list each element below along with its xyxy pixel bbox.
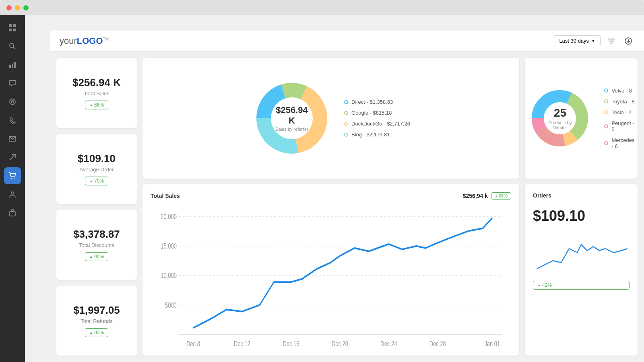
svg-rect-16 [10, 212, 15, 216]
sidebar-item-analytics[interactable] [4, 56, 21, 73]
total-discounts-label: Total Discounts [79, 242, 114, 248]
legend-dot-bing [344, 133, 348, 137]
legend-item-google: Google - $815.18 [344, 110, 410, 116]
legend-label-toyota: Toyota - 8 [611, 99, 634, 105]
legend-item-duckduckgo: DuckDuckGo - $2,717.26 [344, 121, 410, 127]
svg-rect-8 [14, 62, 16, 68]
sidebar-item-send[interactable] [4, 149, 21, 166]
sidebar-item-search[interactable] [4, 38, 21, 55]
filter-icon[interactable] [605, 35, 617, 47]
download-icon[interactable] [622, 35, 634, 47]
legend-dot-tesla [604, 110, 608, 114]
svg-text:20,000: 20,000 [161, 213, 177, 220]
total-discounts-value: $3,378.87 [73, 228, 120, 241]
referrer-donut-chart: $256.94 K Sales by referrer [252, 78, 332, 158]
orders-svg [533, 228, 630, 277]
vendor-donut-chart: 25 Products by Vendor [528, 86, 592, 150]
svg-rect-0 [9, 24, 12, 27]
orders-badge: 42% [533, 281, 630, 290]
legend-label-direct: Direct - $1,358.63 [351, 99, 393, 105]
legend-dot-mercedes [604, 141, 608, 145]
header-controls: Last 30 days ▼ [554, 35, 634, 47]
header: yourLOGOTM Last 30 days ▼ [50, 31, 644, 51]
svg-rect-3 [13, 29, 16, 31]
sidebar [0, 15, 25, 362]
svg-line-12 [10, 154, 15, 160]
stat-card-total-sales: $256.94 K Total Sales 66% [56, 58, 137, 128]
maximize-button[interactable] [23, 5, 29, 10]
sidebar-item-users[interactable] [4, 186, 21, 203]
logo: yourLOGOTM [60, 36, 109, 46]
legend-item-direct: Direct - $1,358.63 [344, 99, 410, 105]
svg-text:5000: 5000 [165, 301, 177, 309]
legend-dot-duckduckgo [344, 122, 348, 126]
line-panel-header: Total Sales $256.94 k 66% [151, 192, 511, 200]
total-sales-svg: 20,000 15,000 10,000 5000 Dec 8 Dec 12 D… [151, 204, 511, 348]
legend-item-mercedes: Mercedes - 6 [604, 137, 634, 149]
total-sales-chart-panel: Total Sales $256.94 k 66% 20,000 15,000 [142, 184, 519, 356]
vendor-chart-panel: 25 Products by Vendor Volvo - 8 Toyota -… [525, 58, 638, 179]
svg-rect-7 [12, 64, 13, 68]
minimize-button[interactable] [15, 5, 20, 10]
svg-point-13 [11, 178, 12, 179]
line-panel-stat-value: $256.94 k [463, 193, 488, 199]
vendor-legend: Volvo - 8 Toyota - 8 Tesla - 2 Peugeot -… [604, 88, 634, 149]
svg-point-9 [10, 99, 15, 105]
avg-order-badge: 70% [85, 177, 108, 185]
legend-dot-toyota [604, 99, 608, 103]
legend-label-volvo: Volvo - 8 [611, 88, 632, 94]
svg-line-5 [13, 47, 15, 49]
date-filter-button[interactable]: Last 30 days ▼ [554, 35, 601, 46]
total-refunds-badge: 90% [85, 328, 108, 337]
vendor-donut-label: 25 Products by Vendor [544, 107, 576, 130]
logo-bold: LOGO [77, 36, 103, 46]
orders-value: $109.10 [533, 208, 630, 224]
stat-card-total-discounts: $3,378.87 Total Discounts 90% [56, 210, 137, 280]
chevron-down-icon: ▼ [591, 39, 595, 43]
sidebar-item-dashboard[interactable] [4, 19, 21, 36]
line-panel-title: Total Sales [151, 193, 180, 199]
referrer-chart-panel: $256.94 K Sales by referrer Direct - $1,… [142, 58, 519, 179]
svg-point-14 [14, 178, 15, 179]
svg-text:10,000: 10,000 [161, 272, 177, 279]
legend-label-tesla: Tesla - 2 [611, 109, 631, 115]
legend-item-bing: Bing - $2,173.81 [344, 132, 410, 138]
line-panel-badge: 66% [491, 192, 511, 200]
total-refunds-label: Total Refunds [80, 318, 113, 324]
sidebar-item-chat[interactable] [4, 75, 21, 92]
legend-label-mercedes: Mercedes - 6 [611, 137, 634, 149]
sidebar-item-phone[interactable] [4, 112, 21, 129]
legend-dot-direct [344, 100, 348, 104]
sidebar-item-cart[interactable] [4, 167, 21, 184]
legend-item-peugeot: Peugeot - 5 [604, 120, 634, 132]
date-filter-label: Last 30 days [559, 38, 589, 44]
svg-rect-2 [9, 29, 12, 31]
legend-dot-volvo [604, 88, 608, 93]
sidebar-item-bag[interactable] [4, 204, 21, 221]
svg-text:Jan 01: Jan 01 [484, 340, 500, 348]
logo-text: your [60, 36, 77, 46]
legend-item-toyota: Toyota - 8 [604, 99, 634, 105]
stat-card-total-refunds: $1,997.05 Total Refunds 90% [56, 286, 137, 356]
legend-item-volvo: Volvo - 8 [604, 88, 634, 94]
svg-text:Dec 24: Dec 24 [380, 340, 397, 348]
svg-text:15,000: 15,000 [161, 242, 177, 250]
sidebar-item-mail[interactable] [4, 130, 21, 147]
avg-order-label: Average Order [79, 167, 114, 173]
sidebar-item-support[interactable] [4, 93, 21, 110]
avg-order-value: $109.10 [78, 152, 116, 165]
referrer-center-label: Sales by referrer [272, 127, 312, 132]
legend-label-peugeot: Peugeot - 5 [611, 120, 634, 132]
legend-label-google: Google - $815.18 [351, 110, 392, 116]
logo-tm: TM [103, 37, 109, 41]
legend-label-duckduckgo: DuckDuckGo - $2,717.26 [351, 121, 410, 127]
total-sales-label: Total Sales [84, 90, 109, 97]
svg-text:Dec 16: Dec 16 [283, 340, 299, 348]
line-panel-stats: $256.94 k 66% [463, 192, 511, 200]
content-area: $256.94 K Total Sales 66% $109.10 Averag… [50, 51, 644, 362]
stat-cards-column: $256.94 K Total Sales 66% $109.10 Averag… [56, 58, 137, 356]
svg-text:Dec 20: Dec 20 [332, 340, 348, 348]
close-button[interactable] [6, 5, 12, 10]
referrer-donut-label: $256.94 K Sales by referrer [272, 105, 312, 132]
svg-point-4 [10, 43, 14, 47]
